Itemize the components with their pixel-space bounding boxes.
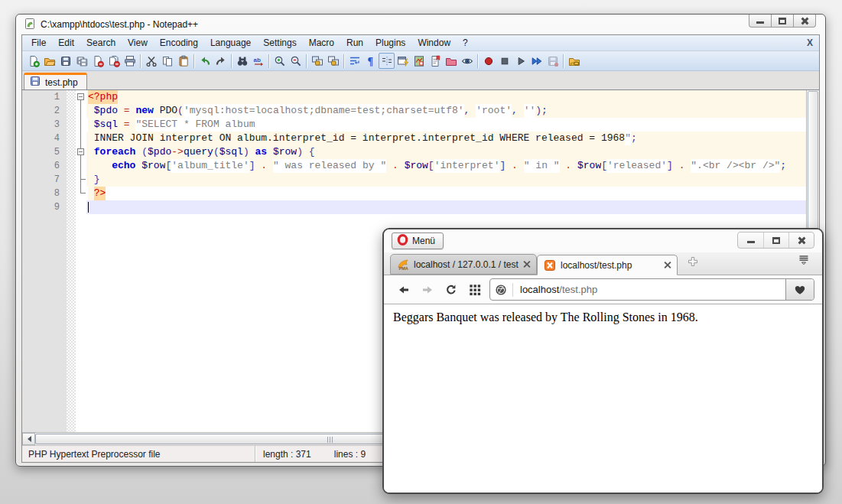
menu-item-macro[interactable]: Macro: [303, 36, 340, 50]
tab-close-icon[interactable]: [664, 262, 671, 268]
maximize-button[interactable]: [763, 232, 788, 248]
browser-tab-bar: PMAlocalhost / 127.0.0.1 / testlocalhost…: [384, 252, 822, 275]
zoom-out-icon[interactable]: [288, 53, 304, 69]
menubar-close-document-button[interactable]: X: [807, 37, 813, 48]
code-token: );: [535, 104, 548, 118]
code-token: [88, 187, 94, 200]
code-token: }: [94, 173, 100, 187]
menu-item-file[interactable]: File: [25, 36, 52, 50]
find-icon[interactable]: [234, 53, 250, 69]
folder-as-workspace-icon[interactable]: [443, 53, 459, 69]
code-token: [130, 118, 136, 132]
save-all-icon[interactable]: [73, 53, 89, 69]
menu-item-search[interactable]: Search: [80, 36, 122, 50]
toolbar-separator: [140, 54, 141, 68]
notepad-plus-plus-logo-icon: [24, 18, 36, 32]
zoom-in-icon[interactable]: [271, 53, 288, 69]
open-file-icon[interactable]: [41, 53, 57, 69]
menu-item-language[interactable]: Language: [204, 36, 257, 50]
paste-icon[interactable]: [175, 53, 191, 69]
fold-marker-box-start[interactable]: [76, 90, 86, 104]
back-button[interactable]: [392, 278, 415, 301]
code-line-2[interactable]: $pdo = new PDO('mysql:host=localhost;dbn…: [86, 104, 806, 118]
fold-marker-box-mid[interactable]: [76, 145, 86, 159]
menu-item-run[interactable]: Run: [340, 36, 369, 50]
code-line-8[interactable]: ?>: [86, 187, 806, 200]
browser-tab-1[interactable]: PMAlocalhost / 127.0.0.1 / test: [390, 254, 537, 275]
undo-icon[interactable]: [197, 53, 213, 69]
code-line-9[interactable]: [86, 200, 806, 214]
url-divider: [512, 283, 513, 297]
notepad-title-bar[interactable]: C:\xampp\htdocs\test.php - Notepad++: [16, 15, 825, 34]
redo-icon[interactable]: [213, 53, 229, 69]
menu-item-settings[interactable]: Settings: [257, 36, 302, 50]
macro-run-multiple-icon[interactable]: [528, 53, 545, 69]
print-icon[interactable]: [122, 53, 138, 69]
macro-stop-icon[interactable]: [496, 53, 512, 69]
url-field[interactable]: localhost/test.php: [489, 278, 814, 301]
window-title: C:\xampp\htdocs\test.php - Notepad++: [41, 19, 198, 30]
save-icon[interactable]: [57, 53, 73, 69]
fold-marker-tee: [76, 173, 86, 187]
code-line-5[interactable]: foreach ($pdo->query($sql) as $row) {: [86, 145, 806, 159]
show-all-characters-icon[interactable]: ¶: [362, 53, 379, 69]
minimize-button[interactable]: [749, 15, 772, 28]
bookmark-heart-button[interactable]: [785, 279, 814, 300]
menu-item-window[interactable]: Window: [411, 36, 457, 50]
window-controls: [749, 15, 816, 28]
maximize-button[interactable]: [771, 15, 794, 28]
sync-horizontal-icon[interactable]: [325, 53, 341, 69]
browser-tab-2[interactable]: localhost/test.php: [537, 255, 678, 275]
forward-button[interactable]: [415, 278, 439, 301]
code-line-1[interactable]: <?php: [86, 90, 806, 104]
monitoring-icon[interactable]: [459, 53, 475, 69]
toolbar-separator: [563, 54, 564, 68]
new-file-icon[interactable]: [25, 53, 41, 69]
tab-menu-icon[interactable]: [798, 254, 810, 269]
tab-label: localhost/test.php: [561, 260, 659, 271]
speed-dial-grid-icon[interactable]: [463, 278, 486, 301]
menu-item-edit[interactable]: Edit: [52, 36, 80, 50]
open-containing-folder-icon[interactable]: [566, 53, 582, 69]
tab-close-icon[interactable]: [523, 261, 530, 268]
macro-save-icon[interactable]: [545, 53, 561, 69]
code-token: $row: [273, 145, 297, 159]
new-tab-button[interactable]: [687, 255, 699, 271]
macro-play-icon[interactable]: [512, 53, 528, 69]
menu-item-plugins[interactable]: Plugins: [369, 36, 411, 50]
reload-button[interactable]: [439, 278, 463, 301]
bookmark-margin[interactable]: [67, 90, 76, 432]
cut-icon[interactable]: [143, 53, 159, 69]
opera-title-strip[interactable]: Menü: [384, 229, 822, 252]
close-all-icon[interactable]: [106, 53, 122, 69]
url-text[interactable]: localhost/test.php: [520, 284, 597, 295]
function-completion-icon[interactable]: [395, 53, 411, 69]
menu-item-view[interactable]: View: [122, 36, 154, 50]
menu-item-encoding[interactable]: Encoding: [154, 36, 204, 50]
word-wrap-icon[interactable]: [346, 53, 362, 69]
menu-item-help[interactable]: ?: [457, 36, 474, 50]
toolbar-separator: [343, 54, 344, 68]
code-line-3[interactable]: $sql = "SELECT * FROM album: [86, 118, 806, 132]
indent-guide-icon[interactable]: [379, 53, 395, 69]
maximize-icon: [779, 18, 786, 24]
minimize-button[interactable]: [738, 232, 763, 248]
document-list-icon[interactable]: [427, 53, 443, 69]
code-line-4[interactable]: INNER JOIN interpret ON album.interpret_…: [86, 132, 806, 145]
opera-menu-button[interactable]: Menü: [392, 232, 444, 249]
scroll-left-button[interactable]: [22, 433, 35, 445]
close-button[interactable]: [793, 15, 816, 28]
code-token: new: [135, 104, 153, 118]
replace-icon[interactable]: ab: [250, 53, 266, 69]
close-button[interactable]: [788, 232, 814, 248]
close-file-icon[interactable]: [89, 53, 106, 69]
code-token: [398, 159, 405, 173]
document-map-icon[interactable]: [411, 53, 427, 69]
macro-record-icon[interactable]: [480, 53, 496, 69]
code-line-7[interactable]: }: [86, 173, 806, 187]
tab-test-php[interactable]: test.php: [24, 73, 87, 89]
copy-icon[interactable]: [159, 53, 175, 69]
code-token: [88, 145, 94, 159]
code-line-6[interactable]: echo $row['album_title'] . " was release…: [86, 159, 806, 173]
sync-vertical-icon[interactable]: [309, 53, 325, 69]
